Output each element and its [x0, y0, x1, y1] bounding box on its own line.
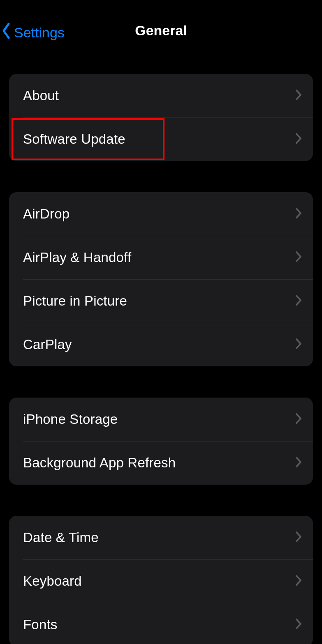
row-label: Date & Time	[23, 530, 99, 545]
chevron-right-icon	[295, 133, 302, 146]
row-label: Background App Refresh	[23, 455, 176, 471]
back-button[interactable]: Settings	[2, 23, 65, 42]
row-label: Fonts	[23, 617, 58, 632]
row-background-app-refresh[interactable]: Background App Refresh	[9, 441, 313, 485]
row-label: Picture in Picture	[23, 293, 127, 309]
row-airplay-handoff[interactable]: AirPlay & Handoff	[9, 236, 313, 279]
row-fonts[interactable]: Fonts	[9, 603, 313, 644]
row-date-time[interactable]: Date & Time	[9, 516, 313, 559]
row-keyboard[interactable]: Keyboard	[9, 559, 313, 603]
row-carplay[interactable]: CarPlay	[9, 323, 313, 366]
settings-group: AirDropAirPlay & HandoffPicture in Pictu…	[9, 192, 313, 366]
row-label: iPhone Storage	[23, 412, 118, 427]
row-about[interactable]: About	[9, 74, 313, 117]
chevron-right-icon	[295, 575, 302, 588]
chevron-right-icon	[295, 207, 302, 221]
row-label: AirDrop	[23, 206, 69, 222]
settings-group: iPhone StorageBackground App Refresh	[9, 398, 313, 485]
chevron-right-icon	[295, 413, 302, 426]
row-airdrop[interactable]: AirDrop	[9, 192, 313, 236]
chevron-left-icon	[2, 23, 11, 42]
chevron-right-icon	[295, 338, 302, 351]
chevron-right-icon	[295, 531, 302, 544]
row-iphone-storage[interactable]: iPhone Storage	[9, 398, 313, 441]
row-picture-in-picture[interactable]: Picture in Picture	[9, 279, 313, 323]
row-label: Keyboard	[23, 573, 82, 589]
settings-group: AboutSoftware Update	[9, 74, 313, 161]
nav-header: Settings General	[0, 0, 322, 49]
back-label: Settings	[14, 25, 65, 41]
row-label: About	[23, 88, 59, 104]
settings-group: Date & TimeKeyboardFonts	[9, 516, 313, 644]
row-label: Software Update	[23, 131, 125, 147]
chevron-right-icon	[295, 251, 302, 264]
chevron-right-icon	[295, 89, 302, 102]
chevron-right-icon	[295, 456, 302, 469]
chevron-right-icon	[295, 618, 302, 631]
row-label: CarPlay	[23, 337, 72, 352]
row-label: AirPlay & Handoff	[23, 250, 131, 265]
row-software-update[interactable]: Software Update	[9, 117, 313, 161]
chevron-right-icon	[295, 294, 302, 308]
settings-content: AboutSoftware UpdateAirDropAirPlay & Han…	[0, 49, 322, 644]
